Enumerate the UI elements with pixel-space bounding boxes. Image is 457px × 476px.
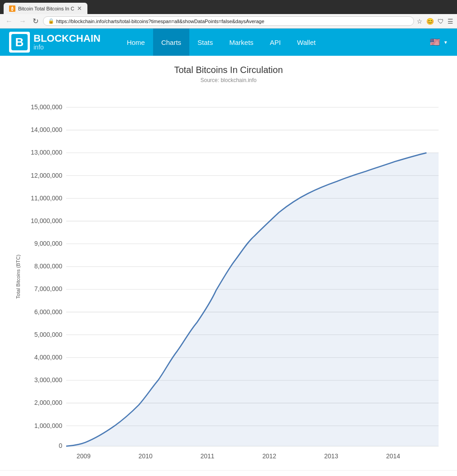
site-header: B BLOCKCHAIN info Home Charts Stats Mark…: [0, 29, 457, 56]
lock-icon: 🔒: [48, 18, 54, 24]
nav-stats[interactable]: Stats: [189, 29, 221, 56]
tab-favicon: ₿: [9, 5, 15, 12]
svg-text:1,000,000: 1,000,000: [34, 422, 63, 429]
nav-api[interactable]: API: [262, 29, 289, 56]
extension-icon[interactable]: 🛡: [438, 18, 444, 25]
svg-text:₿: ₿: [11, 6, 14, 11]
svg-text:2010: 2010: [139, 452, 153, 460]
url-bar[interactable]: 🔒 https://blockchain.info/charts/total-b…: [43, 16, 414, 26]
tab-bar: ₿ Bitcoin Total Bitcoins In C ✕: [4, 3, 453, 14]
svg-text:11,000,000: 11,000,000: [31, 194, 63, 202]
logo-main: BLOCKCHAIN: [34, 33, 101, 44]
chart-title: Total Bitcoins In Circulation: [14, 65, 443, 75]
svg-text:2012: 2012: [262, 452, 276, 460]
nav-wallet[interactable]: Wallet: [289, 29, 324, 56]
svg-text:4,000,000: 4,000,000: [34, 354, 63, 361]
svg-text:2014: 2014: [386, 452, 400, 460]
logo-sub: info: [34, 44, 101, 51]
tab-close-button[interactable]: ✕: [77, 5, 82, 12]
language-flag[interactable]: 🇺🇸: [430, 37, 440, 47]
svg-text:13,000,000: 13,000,000: [31, 149, 63, 156]
svg-text:12,000,000: 12,000,000: [31, 172, 63, 179]
svg-text:14,000,000: 14,000,000: [31, 126, 63, 133]
address-bar: ← → ↻ 🔒 https://blockchain.info/charts/t…: [0, 14, 457, 29]
svg-text:7,000,000: 7,000,000: [34, 285, 63, 292]
toolbar-icons: ☆ 😊 🛡 ☰: [417, 18, 453, 25]
emoji-icon[interactable]: 😊: [426, 18, 434, 25]
tab-title: Bitcoin Total Bitcoins In C: [18, 6, 74, 11]
svg-text:15,000,000: 15,000,000: [31, 103, 63, 111]
svg-text:9,000,000: 9,000,000: [34, 240, 63, 247]
svg-text:B: B: [15, 35, 24, 49]
svg-text:10,000,000: 10,000,000: [31, 217, 63, 224]
svg-text:2011: 2011: [200, 452, 214, 460]
chart-options: 30 Days - 60 Days - 180 Days - 1 Year - …: [0, 470, 457, 476]
header-right: 🇺🇸 ▼: [430, 37, 448, 47]
nav-charts[interactable]: Charts: [153, 29, 189, 56]
chart-source: Source: blockchain.info: [14, 77, 443, 83]
reload-button[interactable]: ↻: [31, 16, 40, 26]
chart-container: Total Bitcoins In Circulation Source: bl…: [0, 56, 457, 470]
logo-icon: B: [9, 32, 30, 53]
back-button[interactable]: ←: [4, 16, 14, 26]
browser-tab[interactable]: ₿ Bitcoin Total Bitcoins In C ✕: [4, 3, 87, 14]
chart-area: Total Bitcoins (BTC) .grid-line { stroke…: [14, 88, 443, 466]
svg-text:5,000,000: 5,000,000: [34, 331, 63, 338]
nav-home[interactable]: Home: [119, 29, 153, 56]
svg-text:2009: 2009: [77, 452, 91, 460]
svg-text:8,000,000: 8,000,000: [34, 262, 63, 270]
svg-text:2,000,000: 2,000,000: [34, 399, 63, 406]
bookmark-icon[interactable]: ☆: [417, 18, 423, 25]
forward-button[interactable]: →: [17, 16, 28, 26]
language-dropdown-icon[interactable]: ▼: [443, 40, 448, 45]
svg-text:6,000,000: 6,000,000: [34, 308, 63, 316]
browser-chrome: ₿ Bitcoin Total Bitcoins In C ✕: [0, 0, 457, 14]
url-text: https://blockchain.info/charts/total-bit…: [56, 19, 409, 24]
svg-text:3,000,000: 3,000,000: [34, 376, 63, 384]
svg-text:0: 0: [59, 442, 63, 449]
svg-text:2013: 2013: [324, 452, 338, 460]
page-content: B BLOCKCHAIN info Home Charts Stats Mark…: [0, 29, 457, 476]
main-nav: Home Charts Stats Markets API Wallet: [119, 29, 430, 56]
y-axis-label: Total Bitcoins (BTC): [14, 88, 23, 466]
nav-markets[interactable]: Markets: [221, 29, 261, 56]
menu-icon[interactable]: ☰: [447, 18, 453, 25]
chart-inner: .grid-line { stroke: #e0e0e0; stroke-wid…: [23, 88, 443, 466]
chart-svg: .grid-line { stroke: #e0e0e0; stroke-wid…: [23, 88, 443, 466]
logo-area: B BLOCKCHAIN info: [9, 32, 101, 53]
logo-text: BLOCKCHAIN info: [34, 33, 101, 51]
